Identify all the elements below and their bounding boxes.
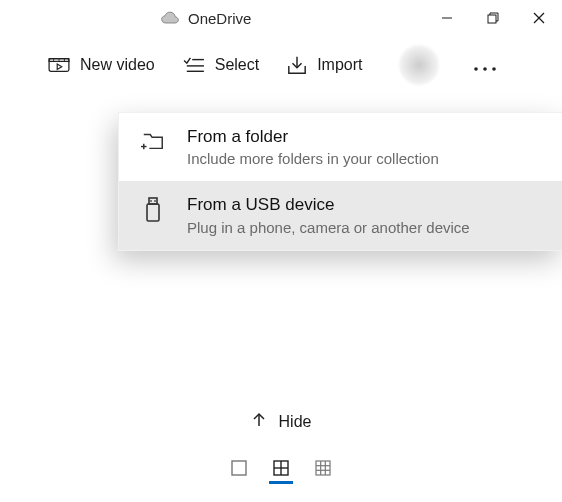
svg-point-14 [474, 67, 478, 71]
svg-rect-1 [488, 15, 496, 23]
svg-rect-20 [147, 204, 159, 221]
usb-icon [141, 197, 165, 223]
cloud-icon [160, 11, 180, 25]
view-toggle [0, 456, 562, 484]
maximize-button[interactable] [470, 0, 516, 36]
import-icon [287, 55, 307, 75]
arrow-up-icon [251, 412, 267, 432]
select-label: Select [215, 56, 259, 74]
new-video-label: New video [80, 56, 155, 74]
svg-point-16 [492, 67, 496, 71]
folder-add-icon [141, 129, 165, 153]
select-button[interactable]: Select [183, 56, 259, 74]
select-icon [183, 56, 205, 74]
window-title: OneDrive [188, 10, 251, 27]
import-from-folder[interactable]: From a folder Include more folders in yo… [119, 113, 562, 181]
import-usb-subtitle: Plug in a phone, camera or another devic… [187, 219, 470, 236]
view-single[interactable] [227, 456, 251, 484]
window-controls [424, 0, 562, 36]
import-label: Import [317, 56, 362, 74]
import-folder-title: From a folder [187, 127, 439, 147]
svg-point-15 [483, 67, 487, 71]
hide-button[interactable]: Hide [0, 412, 562, 432]
svg-marker-6 [57, 64, 62, 69]
import-button[interactable]: Import [287, 55, 362, 75]
import-usb-title: From a USB device [187, 195, 470, 215]
svg-rect-24 [232, 461, 246, 475]
view-grid-2x2[interactable] [269, 456, 293, 484]
svg-rect-28 [316, 461, 330, 475]
toolbar: New video Select Import [0, 36, 562, 94]
close-button[interactable] [516, 0, 562, 36]
import-dropdown: From a folder Include more folders in yo… [118, 112, 562, 251]
import-folder-subtitle: Include more folders in your collection [187, 150, 439, 167]
avatar[interactable] [399, 45, 439, 85]
svg-rect-19 [149, 198, 157, 204]
video-icon [48, 56, 70, 74]
title-bar: OneDrive [0, 0, 562, 36]
hide-label: Hide [279, 413, 312, 431]
view-grid-3x3[interactable] [311, 456, 335, 484]
import-from-usb[interactable]: From a USB device Plug in a phone, camer… [119, 181, 562, 249]
new-video-button[interactable]: New video [48, 56, 155, 74]
minimize-button[interactable] [424, 0, 470, 36]
more-button[interactable] [467, 54, 503, 77]
